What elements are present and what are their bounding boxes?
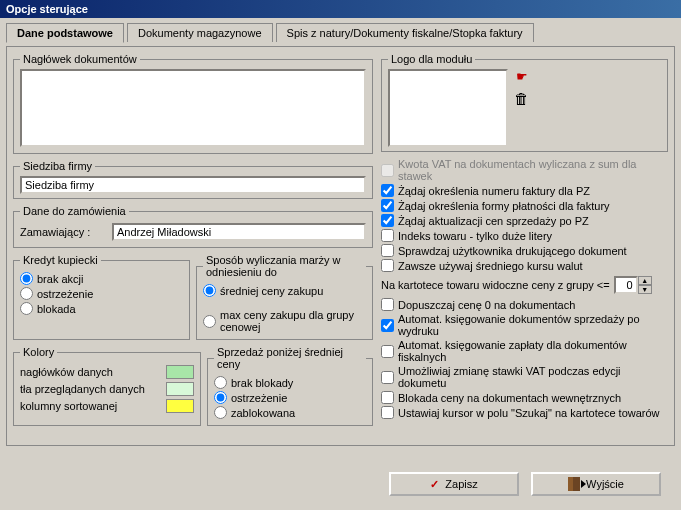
siedziba-input[interactable] bbox=[20, 176, 366, 194]
kolor-tla-label: tła przeglądanych danych bbox=[20, 383, 160, 395]
marza-frame: Sposób wyliczania marży w odniesieniu do… bbox=[196, 254, 373, 340]
door-icon bbox=[568, 477, 580, 491]
marza-srednia[interactable]: średniej ceny zakupu bbox=[203, 284, 366, 297]
siedziba-legend: Siedziba firmy bbox=[20, 160, 95, 172]
zamowienia-frame: Dane do zamówienia Zamawiający : bbox=[13, 205, 373, 248]
kartoteka-spin-input[interactable] bbox=[614, 276, 638, 294]
spin-down-icon[interactable]: ▼ bbox=[638, 285, 652, 294]
sprzedaz-ostrzezenie[interactable]: ostrzeżenie bbox=[214, 391, 366, 404]
chk-auto-ksieg-zaplaty[interactable]: Automat. księgowanie zapłaty dla dokumen… bbox=[381, 339, 668, 363]
save-button[interactable]: Zapisz bbox=[389, 472, 519, 496]
chk-aktualizacja-cen-pz[interactable]: Żądaj aktualizacji cen sprzedaży po PZ bbox=[381, 214, 668, 227]
chk-kursor-szukaj[interactable]: Ustawiaj kursor w polu "Szukaj" na karto… bbox=[381, 406, 668, 419]
siedziba-frame: Siedziba firmy bbox=[13, 160, 373, 199]
delete-logo-icon[interactable]: 🗑 bbox=[514, 90, 529, 107]
tab-panel: Nagłówek dokumentów Siedziba firmy Dane … bbox=[6, 46, 675, 446]
zamawiajacy-label: Zamawiający : bbox=[20, 226, 108, 238]
chk-auto-ksieg-sprzedazy[interactable]: Automat. księgowanie dokumentów sprzedaż… bbox=[381, 313, 668, 337]
logo-frame: Logo dla modułu ☛ 🗑 bbox=[381, 53, 668, 152]
window-titlebar: Opcje sterujące bbox=[0, 0, 681, 18]
sprzedaz-brak-blokady[interactable]: brak blokady bbox=[214, 376, 366, 389]
kredyt-frame: Kredyt kupiecki brak akcji ostrzeżenie b… bbox=[13, 254, 190, 340]
sprzedaz-zablokowana[interactable]: zablokowana bbox=[214, 406, 366, 419]
chk-sredni-kurs[interactable]: Zawsze używaj średniego kursu walut bbox=[381, 259, 668, 272]
kartoteka-label: Na kartotece towaru widoczne ceny z grup… bbox=[381, 279, 610, 291]
tab-spis-fiskalne-stopka[interactable]: Spis z natury/Dokumenty fiskalne/Stopka … bbox=[276, 23, 534, 42]
naglowek-textarea[interactable] bbox=[20, 69, 366, 147]
tab-dane-podstawowe[interactable]: Dane podstawowe bbox=[6, 23, 124, 43]
chk-forma-platnosci[interactable]: Żądaj określenia formy płatności dla fak… bbox=[381, 199, 668, 212]
kolory-legend: Kolory bbox=[20, 346, 57, 358]
kolor-tla-swatch[interactable] bbox=[166, 382, 194, 396]
chk-sprawdzaj-uzytkownika[interactable]: Sprawdzaj użytkownika drukującego dokume… bbox=[381, 244, 668, 257]
marza-max[interactable]: max ceny zakupu dla grupy cenowej bbox=[203, 309, 366, 333]
chk-zmiana-vat[interactable]: Umożliwiaj zmianę stawki VAT podczas edy… bbox=[381, 365, 668, 389]
check-icon bbox=[430, 478, 439, 491]
window-title: Opcje sterujące bbox=[6, 3, 88, 15]
tab-strip: Dane podstawowe Dokumenty magazynowe Spi… bbox=[6, 22, 675, 42]
kredyt-brak-akcji[interactable]: brak akcji bbox=[20, 272, 183, 285]
client-area: Dane podstawowe Dokumenty magazynowe Spi… bbox=[0, 18, 681, 510]
kredyt-blokada[interactable]: blokada bbox=[20, 302, 183, 315]
sprzedaz-legend: Sprzedaż poniżej średniej ceny bbox=[214, 346, 366, 370]
kolory-frame: Kolory nagłówków danych tła przeglądanyc… bbox=[13, 346, 201, 426]
logo-legend: Logo dla modułu bbox=[388, 53, 475, 65]
chk-numer-faktury-pz[interactable]: Żądaj określenia numeru faktury dla PZ bbox=[381, 184, 668, 197]
kolor-naglowkow-swatch[interactable] bbox=[166, 365, 194, 379]
naglowek-frame: Nagłówek dokumentów bbox=[13, 53, 373, 154]
zamowienia-legend: Dane do zamówienia bbox=[20, 205, 129, 217]
exit-button[interactable]: Wyjście bbox=[531, 472, 661, 496]
marza-legend: Sposób wyliczania marży w odniesieniu do bbox=[203, 254, 366, 278]
button-bar: Zapisz Wyjście bbox=[0, 472, 681, 496]
naglowek-legend: Nagłówek dokumentów bbox=[20, 53, 140, 65]
logo-preview bbox=[388, 69, 508, 147]
kolor-sort-label: kolumny sortowanej bbox=[20, 400, 160, 412]
kredyt-ostrzezenie[interactable]: ostrzeżenie bbox=[20, 287, 183, 300]
chk-vat: Kwota VAT na dokumentach wyliczana z sum… bbox=[381, 158, 668, 182]
tab-dokumenty-magazynowe[interactable]: Dokumenty magazynowe bbox=[127, 23, 273, 42]
chk-blokada-ceny-wewn[interactable]: Blokada ceny na dokumentach wewnętrznych bbox=[381, 391, 668, 404]
kolor-sort-swatch[interactable] bbox=[166, 399, 194, 413]
select-logo-icon[interactable]: ☛ bbox=[516, 69, 528, 84]
sprzedaz-frame: Sprzedaż poniżej średniej ceny brak blok… bbox=[207, 346, 373, 426]
zamawiajacy-input[interactable] bbox=[112, 223, 366, 241]
chk-cena-zero[interactable]: Dopuszczaj cenę 0 na dokumentach bbox=[381, 298, 668, 311]
spin-up-icon[interactable]: ▲ bbox=[638, 276, 652, 285]
kredyt-legend: Kredyt kupiecki bbox=[20, 254, 101, 266]
chk-indeks-duze-litery[interactable]: Indeks towaru - tylko duże litery bbox=[381, 229, 668, 242]
kolor-naglowkow-label: nagłówków danych bbox=[20, 366, 160, 378]
